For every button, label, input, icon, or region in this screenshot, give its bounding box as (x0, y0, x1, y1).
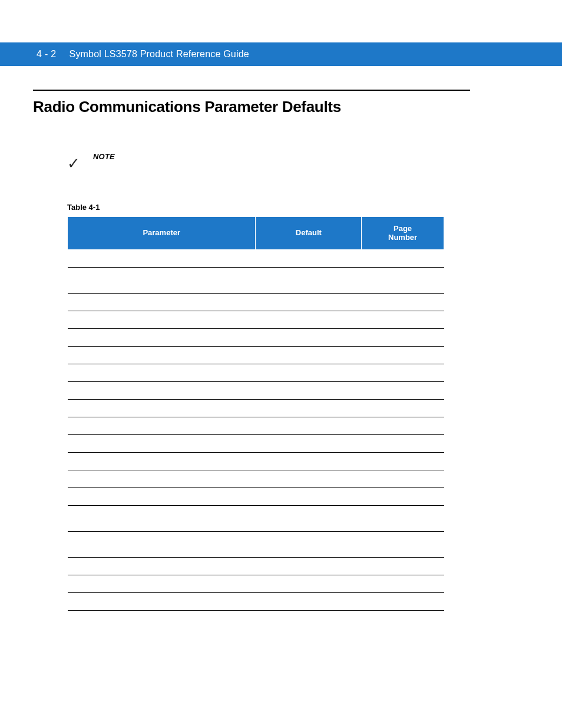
table-row (68, 435, 444, 453)
parameter-defaults-table: Parameter Default Page Number (67, 216, 444, 628)
table-cell-parameter (68, 382, 256, 400)
table-cell-page (362, 506, 444, 532)
table-cell-default (256, 558, 362, 575)
table-cell-page (362, 488, 444, 506)
col-header-page-number: Page Number (362, 217, 444, 250)
table-cell-parameter (68, 470, 256, 488)
table-cell-parameter (68, 532, 256, 558)
table-cell-default (256, 347, 362, 364)
table-cell-page (362, 294, 444, 311)
table-row (68, 453, 444, 470)
table-cell-default (256, 611, 362, 628)
table-cell-parameter (68, 364, 256, 382)
section: Radio Communications Parameter Defaults (33, 90, 470, 116)
table-cell-default (256, 453, 362, 470)
table-cell-default (256, 593, 362, 611)
table-row (68, 417, 444, 435)
table-cell-default (256, 488, 362, 506)
table-cell-default (256, 417, 362, 435)
table-cell-page (362, 470, 444, 488)
table-row (68, 558, 444, 575)
header-doc-title: Symbol LS3578 Product Reference Guide (70, 49, 249, 60)
table-cell-page (362, 417, 444, 435)
table-cell-page (362, 347, 444, 364)
table-row (68, 347, 444, 364)
col-header-page-line1: Page (394, 224, 412, 233)
table-cell-page (362, 250, 444, 268)
table-cell-parameter (68, 453, 256, 470)
table-cell-parameter (68, 329, 256, 347)
table-cell-page (362, 382, 444, 400)
table-row (68, 250, 444, 268)
table-cell-default (256, 268, 362, 294)
checkmark-icon: ✓ (67, 156, 80, 171)
table-row (68, 294, 444, 311)
table-4-1: Table 4-1 Parameter Default Page Number (67, 203, 444, 628)
table-header: Parameter Default Page Number (68, 217, 444, 250)
table-row (68, 532, 444, 558)
table-cell-default (256, 311, 362, 329)
section-heading: Radio Communications Parameter Defaults (33, 98, 470, 116)
table-caption: Table 4-1 (67, 203, 444, 212)
table-cell-parameter (68, 268, 256, 294)
table-row (68, 611, 444, 628)
table-cell-parameter (68, 250, 256, 268)
page-root: 4 - 2 Symbol LS3578 Product Reference Gu… (0, 0, 562, 728)
col-header-parameter: Parameter (68, 217, 256, 250)
table-cell-parameter (68, 435, 256, 453)
table-cell-parameter (68, 558, 256, 575)
table-cell-page (362, 453, 444, 470)
table-cell-page (362, 611, 444, 628)
table-row (68, 329, 444, 347)
table-row (68, 506, 444, 532)
table-cell-parameter (68, 611, 256, 628)
table-cell-default (256, 435, 362, 453)
table-row (68, 593, 444, 611)
table-cell-page (362, 593, 444, 611)
table-cell-page (362, 435, 444, 453)
table-cell-default (256, 400, 362, 417)
table-cell-default (256, 575, 362, 593)
table-body (68, 250, 444, 628)
table-cell-default (256, 470, 362, 488)
table-cell-parameter (68, 400, 256, 417)
note-callout: ✓ NOTE (67, 152, 115, 167)
table-cell-default (256, 364, 362, 382)
table-cell-page (362, 311, 444, 329)
table-cell-page (362, 268, 444, 294)
table-row (68, 470, 444, 488)
table-cell-parameter (68, 488, 256, 506)
table-cell-default (256, 250, 362, 268)
note-label: NOTE (93, 152, 115, 161)
table-row (68, 400, 444, 417)
table-row (68, 311, 444, 329)
table-cell-default (256, 329, 362, 347)
table-row (68, 268, 444, 294)
col-header-page-line2: Number (388, 233, 417, 242)
col-header-default: Default (256, 217, 362, 250)
table-cell-default (256, 382, 362, 400)
table-row (68, 364, 444, 382)
table-cell-parameter (68, 311, 256, 329)
table-cell-page (362, 558, 444, 575)
table-cell-parameter (68, 294, 256, 311)
table-cell-parameter (68, 593, 256, 611)
table-row (68, 488, 444, 506)
section-divider (33, 90, 470, 91)
table-cell-default (256, 506, 362, 532)
table-cell-parameter (68, 506, 256, 532)
table-cell-page (362, 364, 444, 382)
header-page-number: 4 - 2 (37, 49, 57, 60)
table-cell-page (362, 329, 444, 347)
table-row (68, 382, 444, 400)
table-cell-parameter (68, 575, 256, 593)
table-cell-page (362, 575, 444, 593)
table-cell-default (256, 532, 362, 558)
table-cell-default (256, 294, 362, 311)
table-cell-page (362, 400, 444, 417)
table-cell-parameter (68, 347, 256, 364)
running-header: 4 - 2 Symbol LS3578 Product Reference Gu… (0, 42, 562, 66)
table-row (68, 575, 444, 593)
table-cell-parameter (68, 417, 256, 435)
table-cell-page (362, 532, 444, 558)
